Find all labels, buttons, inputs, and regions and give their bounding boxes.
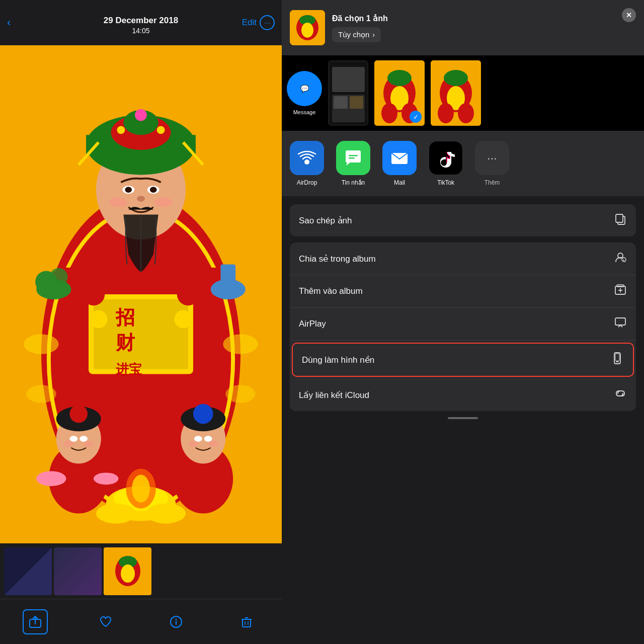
share-header: Đã chọn 1 ảnh Tùy chọn › ✕ [282, 0, 644, 55]
more-app-item[interactable]: ··· Thêm [475, 141, 509, 186]
svg-point-16 [117, 126, 125, 134]
main-photo: 招 财 进宝 [0, 45, 282, 543]
svg-point-44 [194, 436, 202, 442]
share-info: Đã chọn 1 ảnh Tùy chọn › [332, 14, 636, 42]
svg-point-59 [225, 385, 255, 403]
photo-time: 14:05 [132, 27, 149, 35]
svg-point-29 [50, 268, 68, 286]
add-album-action[interactable]: Thêm vào album [290, 275, 636, 308]
svg-point-36 [64, 441, 74, 447]
more-button[interactable]: ··· [260, 15, 275, 30]
svg-rect-81 [350, 96, 363, 109]
strip-photo-3[interactable] [431, 60, 481, 126]
strip-photo-1[interactable] [328, 60, 368, 126]
message-icon-button[interactable] [336, 141, 370, 175]
action-group-copy: Sao chép ảnh [290, 204, 636, 236]
svg-point-39 [69, 405, 88, 423]
selected-checkmark: ✓ [410, 111, 422, 123]
svg-point-45 [204, 436, 212, 442]
photo-toolbar [0, 599, 282, 644]
wallpaper-action[interactable]: Dùng làm hình nền [292, 343, 634, 377]
share-button[interactable] [23, 609, 48, 634]
svg-rect-78 [332, 67, 365, 92]
share-photo-thumb [290, 10, 325, 45]
message-item[interactable]: Tin nhắn [336, 141, 370, 186]
more-app-label: Thêm [485, 179, 500, 186]
trash-button[interactable] [234, 609, 259, 634]
airdrop-item[interactable]: AirDrop [290, 141, 324, 186]
wallpaper-icon [611, 352, 624, 368]
svg-point-53 [146, 504, 186, 524]
svg-rect-31 [220, 265, 235, 294]
filmstrip [0, 543, 282, 599]
svg-point-8 [90, 310, 108, 329]
tiktok-icon-button[interactable] [429, 141, 463, 175]
svg-rect-104 [617, 285, 624, 287]
close-button[interactable]: ✕ [622, 8, 636, 22]
contacts-strip: 💬 Message ✓ [282, 55, 644, 131]
svg-point-58 [26, 385, 56, 403]
share-album-icon: + [614, 251, 627, 267]
icloud-label: Lấy liên kết iCloud [299, 390, 369, 400]
message-contact[interactable]: 💬 Message [287, 71, 322, 115]
svg-point-86 [381, 103, 397, 123]
scroll-indicator [448, 417, 478, 419]
options-button[interactable]: Tùy chọn › [332, 27, 381, 42]
add-album-label: Thêm vào album [299, 286, 363, 296]
filmstrip-thumb-3[interactable] [104, 547, 151, 595]
svg-point-24 [137, 196, 145, 202]
svg-point-23 [150, 187, 157, 193]
svg-point-94 [304, 159, 309, 165]
tiktok-item[interactable]: TikTok [429, 141, 463, 186]
svg-point-22 [125, 187, 132, 193]
svg-point-49 [193, 404, 213, 424]
copy-label: Sao chép ảnh [299, 215, 352, 226]
svg-point-84 [387, 70, 412, 86]
filmstrip-thumb-2[interactable] [54, 547, 102, 595]
message-label: Tin nhắn [342, 179, 365, 186]
app-icons-row: AirDrop Tin nhắn Mail [282, 131, 644, 196]
photo-header: ‹ 29 December 2018 14:05 Edit ··· [0, 0, 282, 45]
contact-label: Message [293, 109, 316, 115]
airplay-label: AirPlay [299, 319, 326, 329]
svg-rect-68 [243, 619, 251, 627]
icloud-action[interactable]: Lấy liên kết iCloud [290, 379, 636, 411]
svg-rect-4 [94, 299, 188, 369]
svg-text:财: 财 [115, 332, 135, 353]
add-album-icon [614, 283, 627, 299]
svg-rect-96 [349, 157, 355, 159]
svg-point-35 [79, 436, 88, 442]
svg-point-55 [132, 474, 150, 502]
airplay-action[interactable]: AirPlay [290, 308, 636, 341]
mail-item[interactable]: Mail [382, 141, 417, 186]
svg-point-9 [174, 310, 192, 329]
svg-point-37 [84, 441, 94, 447]
more-app-icon[interactable]: ··· [475, 141, 509, 175]
copy-action[interactable]: Sao chép ảnh [290, 204, 636, 236]
svg-point-26 [154, 197, 173, 207]
svg-point-34 [69, 436, 77, 442]
svg-point-67 [176, 618, 177, 620]
svg-point-47 [208, 441, 218, 447]
svg-text:招: 招 [115, 307, 135, 328]
filmstrip-thumb-1[interactable] [4, 547, 52, 595]
mail-icon-button[interactable] [382, 141, 417, 175]
share-album-action[interactable]: Chia sẻ trong album + [290, 243, 636, 275]
back-button[interactable]: ‹ [7, 16, 11, 29]
strip-photo-2[interactable]: ✓ [374, 60, 425, 126]
svg-rect-95 [349, 155, 358, 156]
airdrop-icon-button[interactable] [290, 141, 324, 175]
left-panel: ‹ 29 December 2018 14:05 Edit ··· 招 财 进宝 [0, 0, 282, 644]
airdrop-label: AirDrop [297, 179, 317, 186]
info-button[interactable] [164, 609, 189, 634]
svg-rect-109 [615, 354, 619, 361]
options-label: Tùy chọn [338, 30, 369, 39]
svg-point-76 [301, 23, 313, 38]
tiktok-label: TikTok [437, 179, 454, 186]
close-icon: ✕ [626, 11, 632, 19]
heart-button[interactable] [93, 609, 118, 634]
svg-point-41 [94, 472, 119, 485]
edit-button[interactable]: Edit [242, 18, 257, 28]
svg-point-25 [110, 197, 128, 207]
fortune-god-illustration: 招 财 进宝 [0, 45, 282, 543]
